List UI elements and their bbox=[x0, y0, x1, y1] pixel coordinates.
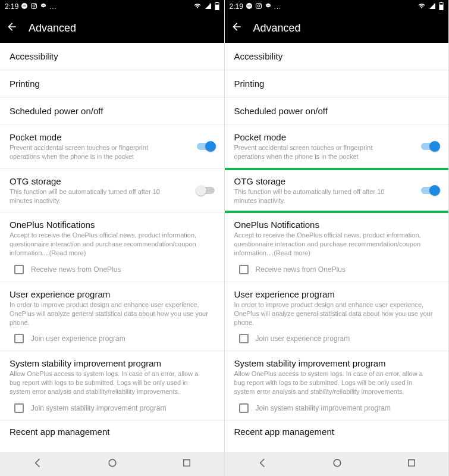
toggle-otg-storage[interactable] bbox=[420, 185, 440, 196]
row-label: OnePlus Notifications bbox=[234, 220, 439, 230]
row-system-stability[interactable]: System stability improvement program All… bbox=[0, 351, 224, 399]
row-user-experience-program[interactable]: User experience program In order to impr… bbox=[225, 282, 449, 330]
row-subtitle: This function will be automatically turn… bbox=[10, 187, 215, 205]
nav-recent-icon[interactable] bbox=[181, 458, 192, 471]
svg-point-19 bbox=[260, 4, 261, 5]
row-subtitle: This function will be automatically turn… bbox=[234, 187, 439, 205]
svg-rect-10 bbox=[215, 4, 218, 10]
row-subtitle: In order to improve product design and e… bbox=[10, 300, 215, 327]
row-pocket-mode[interactable]: Pocket mode Prevent accidental screen to… bbox=[0, 125, 224, 169]
row-printing[interactable]: Printing bbox=[0, 70, 224, 98]
row-label: OnePlus Notifications bbox=[10, 220, 215, 230]
back-icon[interactable] bbox=[231, 21, 243, 35]
row-subtitle: Prevent accidental screen touches or fin… bbox=[234, 143, 439, 161]
row-accessibility[interactable]: Accessibility bbox=[0, 43, 224, 70]
battery-icon bbox=[439, 2, 444, 12]
row-otg-storage[interactable]: OTG storage This function will be automa… bbox=[0, 169, 224, 213]
wifi-icon bbox=[417, 2, 426, 11]
row-label: Accessibility bbox=[234, 51, 439, 61]
music-icon bbox=[265, 2, 272, 11]
row-label: Recent app management bbox=[10, 427, 215, 437]
settings-list[interactable]: Accessibility Printing Scheduled power o… bbox=[0, 43, 224, 452]
svg-rect-4 bbox=[32, 3, 37, 8]
svg-rect-25 bbox=[409, 460, 415, 466]
status-bar: 2:19 ... x bbox=[0, 0, 224, 13]
toggle-pocket-mode[interactable] bbox=[420, 141, 440, 152]
nav-bar bbox=[225, 452, 449, 476]
row-subtitle: Accept to receive the OnePlus official n… bbox=[234, 231, 439, 258]
app-bar: Advanced bbox=[0, 13, 224, 43]
checkbox-icon[interactable] bbox=[14, 403, 24, 413]
nav-home-icon[interactable] bbox=[106, 457, 118, 471]
app-bar: Advanced bbox=[225, 13, 449, 43]
row-subtitle: In order to improve product design and e… bbox=[234, 300, 439, 327]
row-scheduled-power[interactable]: Scheduled power on/off bbox=[0, 98, 224, 125]
svg-rect-17 bbox=[256, 3, 261, 8]
svg-rect-23 bbox=[439, 4, 443, 10]
checkbox-icon[interactable] bbox=[14, 265, 24, 274]
row-subtitle: Accept to receive the OnePlus official n… bbox=[10, 231, 215, 258]
checkbox-row-ssip[interactable]: Join system stability improvement progra… bbox=[0, 399, 224, 421]
appbar-title: Advanced bbox=[29, 22, 76, 35]
nav-recent-icon[interactable] bbox=[406, 458, 417, 471]
screen-right: 2:19 ... x Adv bbox=[225, 0, 450, 476]
row-otg-storage[interactable]: OTG storage This function will be automa… bbox=[225, 169, 449, 213]
more-icon: ... bbox=[49, 3, 56, 10]
instagram-icon bbox=[255, 2, 262, 11]
status-time: 2:19 bbox=[230, 2, 243, 11]
checkbox-label: Receive news from OnePlus bbox=[31, 265, 121, 274]
status-bar: 2:19 ... x bbox=[225, 0, 449, 13]
row-label: OTG storage bbox=[234, 176, 439, 186]
row-label: Printing bbox=[234, 79, 439, 89]
row-pocket-mode[interactable]: Pocket mode Prevent accidental screen to… bbox=[225, 125, 449, 169]
checkbox-icon[interactable] bbox=[239, 403, 249, 413]
wifi-icon bbox=[193, 2, 202, 11]
checkbox-label: Join system stability improvement progra… bbox=[256, 404, 391, 412]
row-printing[interactable]: Printing bbox=[225, 70, 449, 98]
chat-icon bbox=[21, 2, 28, 11]
row-user-experience-program[interactable]: User experience program In order to impr… bbox=[0, 282, 224, 330]
checkbox-row-uep[interactable]: Join user experience program bbox=[0, 329, 224, 351]
checkbox-icon[interactable] bbox=[14, 334, 24, 343]
svg-point-18 bbox=[258, 5, 260, 7]
svg-point-1 bbox=[23, 5, 24, 7]
row-recent-app-management[interactable]: Recent app management bbox=[225, 421, 449, 437]
checkbox-icon[interactable] bbox=[239, 265, 249, 274]
toggle-pocket-mode[interactable] bbox=[196, 141, 216, 152]
row-system-stability[interactable]: System stability improvement program All… bbox=[225, 351, 449, 399]
svg-point-2 bbox=[24, 5, 26, 7]
row-subtitle: Allow OnePlus access to system logs. In … bbox=[10, 369, 215, 396]
toggle-otg-storage[interactable] bbox=[196, 185, 216, 196]
nav-back-icon[interactable] bbox=[32, 457, 43, 471]
row-label: Scheduled power on/off bbox=[10, 106, 215, 116]
row-label: User experience program bbox=[10, 289, 215, 299]
checkbox-row-news[interactable]: Receive news from OnePlus bbox=[0, 260, 224, 282]
row-subtitle: Allow OnePlus access to system logs. In … bbox=[234, 369, 439, 396]
signal-icon: x bbox=[204, 2, 212, 11]
row-subtitle: Prevent accidental screen touches or fin… bbox=[10, 143, 215, 161]
checkbox-row-uep[interactable]: Join user experience program bbox=[225, 329, 449, 351]
back-icon[interactable] bbox=[6, 21, 18, 35]
checkbox-row-news[interactable]: Receive news from OnePlus bbox=[225, 260, 449, 282]
nav-bar bbox=[0, 452, 224, 476]
settings-list[interactable]: Accessibility Printing Scheduled power o… bbox=[225, 43, 449, 452]
row-label: System stability improvement program bbox=[10, 358, 215, 368]
row-scheduled-power[interactable]: Scheduled power on/off bbox=[225, 98, 449, 125]
row-accessibility[interactable]: Accessibility bbox=[225, 43, 449, 70]
checkbox-label: Join user experience program bbox=[256, 334, 350, 343]
checkbox-row-ssip[interactable]: Join system stability improvement progra… bbox=[225, 399, 449, 421]
row-oneplus-notifications[interactable]: OnePlus Notifications Accept to receive … bbox=[0, 212, 224, 260]
battery-icon bbox=[215, 2, 219, 12]
checkbox-label: Receive news from OnePlus bbox=[256, 265, 346, 274]
svg-point-16 bbox=[250, 5, 251, 7]
nav-back-icon[interactable] bbox=[256, 457, 268, 471]
checkbox-label: Join system stability improvement progra… bbox=[31, 404, 166, 412]
more-icon: ... bbox=[274, 3, 281, 10]
row-label: OTG storage bbox=[10, 176, 215, 186]
music-icon bbox=[40, 2, 47, 11]
checkbox-icon[interactable] bbox=[239, 334, 249, 343]
nav-home-icon[interactable] bbox=[331, 457, 343, 471]
row-recent-app-management[interactable]: Recent app management bbox=[0, 421, 224, 437]
row-label: Printing bbox=[10, 79, 215, 89]
row-oneplus-notifications[interactable]: OnePlus Notifications Accept to receive … bbox=[225, 212, 449, 260]
